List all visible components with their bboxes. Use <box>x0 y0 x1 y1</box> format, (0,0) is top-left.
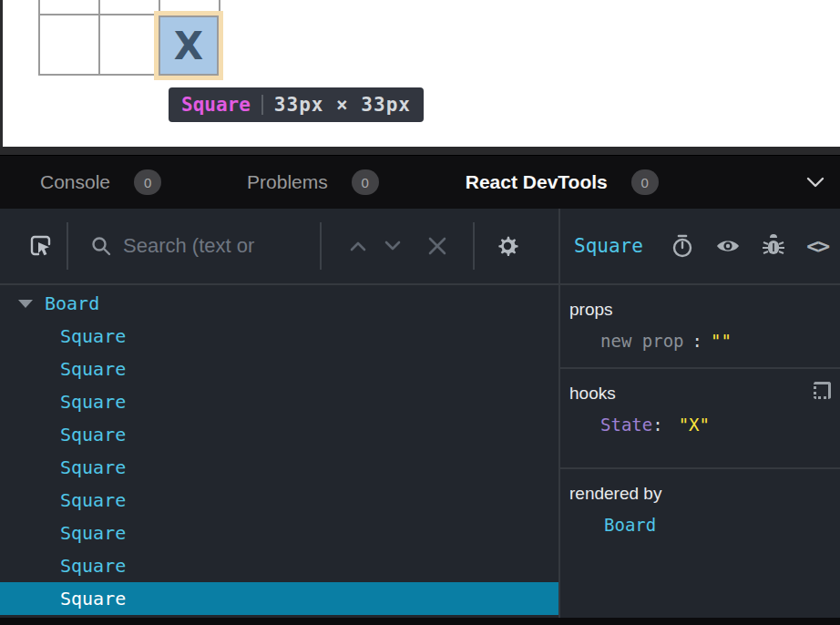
tree-row-square[interactable]: Square <box>0 549 558 582</box>
tree-row-square-selected[interactable]: Square <box>0 582 558 615</box>
prop-value[interactable]: "" <box>711 331 732 351</box>
tab-label: Problems <box>247 171 328 193</box>
component-details-panel: props new prop : "" hooks State: "X" ren… <box>560 285 840 618</box>
app-page-area: X Square 33px × 33px <box>0 0 840 147</box>
toolbar-divider <box>473 222 475 270</box>
hook-name: State <box>600 415 652 435</box>
next-match-icon[interactable] <box>383 239 403 253</box>
inspect-overlay-tooltip: Square 33px × 33px <box>169 87 424 122</box>
tree-row-square[interactable]: Square <box>0 320 558 353</box>
component-name: Square <box>60 588 126 610</box>
tree-row-square[interactable]: Square <box>0 353 558 385</box>
toolbar-divider <box>320 222 322 270</box>
component-name: Square <box>60 555 126 577</box>
board-cell[interactable] <box>98 14 160 76</box>
devtools-tab-bar: Console 0 Problems 0 React DevTools 0 <box>0 156 840 209</box>
devtools-toolbar: Search (text or Square <box>0 209 840 285</box>
search-icon <box>90 235 112 257</box>
tree-row-board[interactable]: Board <box>0 287 558 320</box>
clear-search-icon[interactable] <box>425 234 449 258</box>
selected-component-header: Square <box>560 209 840 283</box>
component-name: Square <box>60 456 126 478</box>
tree-row-square[interactable]: Square <box>0 418 558 451</box>
tab-badge: 0 <box>631 169 659 195</box>
props-section: props new prop : "" <box>560 285 840 369</box>
inspect-dom-eye-icon[interactable] <box>715 237 741 255</box>
gear-icon[interactable] <box>493 231 522 261</box>
window-edge <box>0 0 3 147</box>
search-input[interactable]: Search (text or <box>123 234 320 258</box>
colon: : <box>692 331 702 351</box>
tree-row-square[interactable]: Square <box>0 517 558 549</box>
expand-caret-icon[interactable] <box>18 300 33 308</box>
rendered-by-link[interactable]: Board <box>569 515 840 535</box>
devtools-main: Board Square Square Square Square Square… <box>0 285 840 618</box>
tree-row-square[interactable]: Square <box>0 484 558 517</box>
board-cell-highlighted[interactable]: X <box>159 15 219 76</box>
selected-component-name: Square <box>574 235 643 257</box>
hooks-title: hooks <box>569 384 840 404</box>
view-source-icon[interactable]: <> <box>806 234 828 258</box>
tree-row-square[interactable]: Square <box>0 451 558 484</box>
component-name: Square <box>60 391 126 413</box>
rendered-by-title: rendered by <box>569 484 840 504</box>
component-name: Square <box>60 489 126 511</box>
suspense-toggle-icon[interactable] <box>671 233 694 259</box>
tree-row-square[interactable]: Square <box>0 385 558 418</box>
component-name: Square <box>60 424 126 446</box>
tab-console[interactable]: Console 0 <box>40 169 161 195</box>
component-name: Square <box>60 358 126 380</box>
drawer-separator <box>0 147 840 156</box>
tooltip-dimensions: 33px × 33px <box>274 94 411 116</box>
components-tree: Board Square Square Square Square Square… <box>0 285 558 618</box>
tab-label: Console <box>40 171 110 193</box>
inspect-element-icon[interactable] <box>28 233 54 259</box>
parse-hook-names-icon[interactable] <box>814 382 831 399</box>
tab-problems[interactable]: Problems 0 <box>247 169 379 195</box>
component-name: Square <box>60 325 126 347</box>
props-title: props <box>569 300 840 320</box>
tooltip-divider <box>261 95 263 115</box>
elements-toolbar: Search (text or <box>0 209 558 283</box>
log-to-console-bug-icon[interactable] <box>762 234 785 258</box>
tab-react-devtools[interactable]: React DevTools 0 <box>466 169 659 195</box>
component-name: Square <box>60 522 126 544</box>
chevron-down-icon[interactable] <box>805 176 825 189</box>
tooltip-component-name: Square <box>181 94 251 116</box>
new-prop-input[interactable]: new prop <box>600 331 684 351</box>
hooks-section: hooks State: "X" <box>560 369 840 469</box>
board-cell[interactable] <box>38 14 100 76</box>
colon: : <box>652 415 662 435</box>
hook-value[interactable]: "X" <box>679 415 710 435</box>
tab-badge: 0 <box>134 169 161 195</box>
rendered-by-section: rendered by Board <box>560 469 840 535</box>
tab-label: React DevTools <box>466 171 608 193</box>
tab-badge: 0 <box>352 169 379 195</box>
previous-match-icon[interactable] <box>348 239 368 253</box>
component-name: Board <box>45 292 99 314</box>
toolbar-divider <box>67 222 68 270</box>
board-cell[interactable] <box>159 0 220 15</box>
window-bottom-edge <box>0 618 840 625</box>
